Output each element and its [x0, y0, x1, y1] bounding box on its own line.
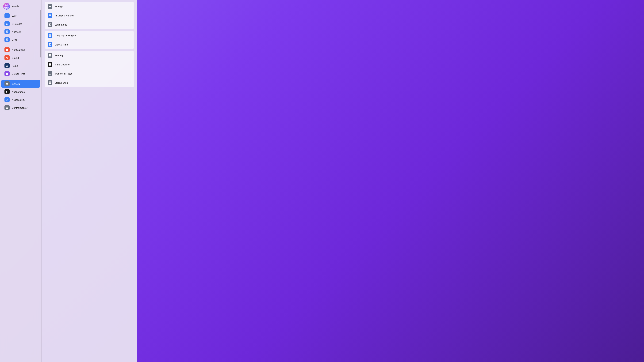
settings-row-transfer[interactable]: Transfer or Reset › — [45, 69, 134, 78]
family-label: Family — [12, 5, 19, 8]
storage-chevron: › — [130, 5, 131, 8]
vpn-icon — [4, 37, 10, 42]
settings-row-airdrop[interactable]: AirDrop & Handoff › — [45, 11, 134, 20]
transfer-chevron: › — [130, 72, 131, 75]
network-icon — [4, 29, 10, 34]
sidebar-item-control-center[interactable]: Control Center — [1, 104, 40, 112]
svg-point-1 — [5, 4, 6, 6]
settings-row-storage[interactable]: Storage › — [45, 2, 134, 11]
startup-chevron: › — [130, 81, 131, 84]
settings-row-login[interactable]: Login Items › — [45, 20, 134, 29]
datetime-label: Date & Time — [54, 43, 128, 46]
airdrop-label: AirDrop & Handoff — [54, 14, 128, 17]
sidebar-item-label-general: General — [12, 82, 20, 85]
sidebar-item-general[interactable]: General — [1, 80, 40, 88]
storage-icon — [48, 4, 52, 9]
settings-row-timemachine[interactable]: Time Machine › — [45, 60, 134, 69]
control-center-icon — [4, 105, 10, 110]
settings-group-2: Language & Region › Date & Time › — [45, 31, 134, 49]
settings-row-sharing[interactable]: Sharing › — [45, 51, 134, 60]
divider-2 — [1, 79, 40, 79]
airdrop-icon — [48, 13, 52, 18]
svg-rect-15 — [6, 107, 7, 107]
sidebar-item-label-appearance: Appearance — [12, 90, 25, 93]
general-icon — [4, 81, 10, 86]
svg-point-4 — [6, 6, 9, 9]
timemachine-chevron: › — [130, 63, 131, 66]
sidebar-item-focus[interactable]: Focus — [1, 62, 40, 70]
datetime-icon — [48, 42, 52, 47]
startup-label: Startup Disk — [54, 81, 128, 84]
language-label: Language & Region — [54, 34, 128, 37]
sidebar-item-bluetooth[interactable]: Bluetooth — [1, 20, 40, 28]
sidebar-item-label-vpn: VPN — [12, 38, 17, 41]
sidebar-item-accessibility[interactable]: Accessibility — [1, 96, 40, 104]
focus-icon — [4, 63, 10, 68]
family-section[interactable]: Family — [0, 1, 41, 12]
accessibility-icon — [4, 97, 10, 102]
airdrop-chevron: › — [130, 14, 131, 17]
settings-window: Family Wi-Fi Bluetooth — [0, 0, 137, 362]
divider-1 — [1, 45, 40, 45]
language-chevron: › — [130, 34, 131, 37]
login-label: Login Items — [54, 23, 128, 26]
settings-group-3: Sharing › Time Machine › Transfer — [45, 51, 134, 87]
sharing-chevron: › — [130, 54, 131, 57]
appearance-icon — [4, 89, 10, 94]
notifications-icon — [4, 47, 10, 52]
sidebar-item-wifi[interactable]: Wi-Fi — [1, 12, 40, 20]
scrollbar[interactable] — [40, 9, 41, 57]
sidebar-item-label-notifications: Notifications — [12, 48, 25, 51]
sidebar-item-sound[interactable]: Sound — [1, 54, 40, 62]
timemachine-icon — [48, 62, 52, 67]
transfer-label: Transfer or Reset — [54, 72, 128, 75]
svg-point-2 — [6, 4, 8, 6]
sharing-label: Sharing — [54, 54, 128, 57]
sidebar-item-notifications[interactable]: Notifications — [1, 46, 40, 54]
settings-row-language[interactable]: Language & Region › — [45, 31, 134, 40]
startup-icon — [48, 80, 52, 85]
screen-time-icon — [4, 71, 10, 76]
wifi-icon — [4, 13, 10, 18]
family-avatar — [3, 3, 10, 9]
svg-point-21 — [51, 6, 51, 6]
svg-point-0 — [3, 3, 10, 9]
sharing-icon — [48, 53, 52, 58]
sidebar: Family Wi-Fi Bluetooth — [0, 0, 42, 362]
bluetooth-icon — [4, 21, 10, 26]
svg-rect-18 — [7, 108, 8, 109]
sidebar-item-label-screen-time: Screen Time — [12, 72, 25, 75]
main-content: Storage › AirDrop & Handoff › Logi — [42, 0, 137, 362]
sidebar-item-network[interactable]: Network — [1, 28, 40, 35]
sidebar-item-label-sound: Sound — [12, 56, 19, 59]
sidebar-item-label-wifi: Wi-Fi — [12, 14, 18, 17]
svg-rect-16 — [7, 107, 8, 107]
settings-row-datetime[interactable]: Date & Time › — [45, 40, 134, 49]
transfer-icon — [48, 71, 52, 76]
sound-icon — [4, 55, 10, 60]
sidebar-item-vpn[interactable]: VPN — [1, 36, 40, 43]
timemachine-label: Time Machine — [54, 63, 128, 66]
sidebar-item-appearance[interactable]: Appearance — [1, 88, 40, 96]
login-icon — [48, 22, 52, 27]
sidebar-item-label-focus: Focus — [12, 64, 18, 67]
svg-rect-17 — [6, 108, 7, 109]
svg-point-14 — [7, 99, 7, 99]
storage-label: Storage — [54, 5, 128, 8]
language-icon — [48, 33, 52, 38]
login-chevron: › — [130, 23, 131, 26]
datetime-chevron: › — [130, 43, 131, 46]
settings-row-startup[interactable]: Startup Disk › — [45, 78, 134, 87]
svg-point-22 — [51, 6, 51, 7]
settings-group-1: Storage › AirDrop & Handoff › Logi — [45, 2, 134, 29]
sidebar-item-label-control-center: Control Center — [12, 106, 28, 109]
sidebar-item-label-accessibility: Accessibility — [12, 98, 25, 101]
sidebar-item-screen-time[interactable]: Screen Time — [1, 70, 40, 77]
sidebar-item-label-bluetooth: Bluetooth — [12, 22, 22, 25]
sidebar-item-label-network: Network — [12, 30, 20, 33]
